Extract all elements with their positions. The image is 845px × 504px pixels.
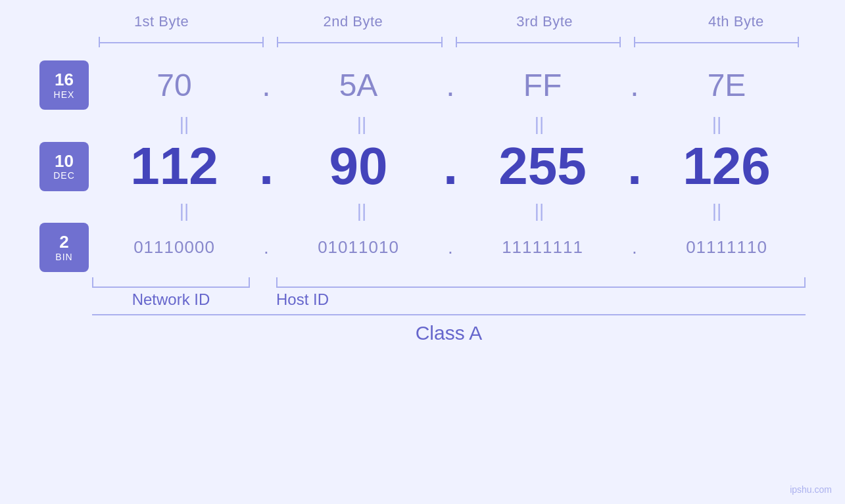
hex-byte2: 5A <box>279 67 437 103</box>
hex-badge: 16 HEX <box>39 60 89 110</box>
dec-base-lbl: DEC <box>53 170 75 181</box>
bottom-area: Network ID Host ID <box>92 277 806 309</box>
watermark: ipshu.com <box>790 484 832 495</box>
dec-badge: 10 DEC <box>39 142 89 191</box>
bin-dot2: . <box>437 237 464 258</box>
hex-values: 70 . 5A . FF . 7E <box>95 67 806 103</box>
eq2-b3: || <box>450 199 628 223</box>
byte-header-2: 2nd Byte <box>257 13 448 30</box>
top-brackets <box>92 37 806 47</box>
host-id-label-wrap: Host ID <box>276 290 806 309</box>
eq2-b4: || <box>628 199 806 223</box>
network-id-label: Network ID <box>92 290 250 309</box>
hex-dot1: . <box>253 67 279 103</box>
dec-byte2: 90 <box>279 136 437 196</box>
bin-byte1: 01110000 <box>95 237 253 258</box>
host-bracket <box>276 277 806 288</box>
bin-byte3: 11111111 <box>464 237 621 258</box>
dec-dot3: . <box>621 136 648 196</box>
eq1-b2: || <box>273 112 450 136</box>
bin-byte2: 01011010 <box>279 237 437 258</box>
dec-base-num: 10 <box>55 152 74 171</box>
byte-header-1: 1st Byte <box>66 13 257 30</box>
label-gap <box>250 290 276 309</box>
bin-base-num: 2 <box>59 233 68 252</box>
eq1-b1: || <box>95 112 273 136</box>
dec-byte1: 112 <box>95 136 253 196</box>
hex-byte1: 70 <box>95 67 253 103</box>
main-container: 1st Byte 2nd Byte 3rd Byte 4th Byte <box>0 0 845 504</box>
dec-dot2: . <box>437 136 464 196</box>
class-area: Class A <box>92 314 806 347</box>
eq2-b2: || <box>273 199 450 223</box>
bracket-byte1 <box>99 37 264 47</box>
eq1-b4: || <box>628 112 806 136</box>
hex-row: 16 HEX 70 . 5A . FF . 7E <box>39 60 806 110</box>
equals-row-2: || || || || <box>95 199 806 223</box>
hex-base-lbl: HEX <box>54 89 75 100</box>
bracket-byte3 <box>456 37 621 47</box>
bin-badge: 2 BIN <box>39 223 89 272</box>
bin-row: 2 BIN 01110000 . 01011010 . 11111111 . <box>39 223 806 272</box>
dec-byte3: 255 <box>464 136 621 196</box>
byte-header-4: 4th Byte <box>640 13 832 30</box>
network-bracket <box>92 277 250 288</box>
hex-base-num: 16 <box>55 70 74 89</box>
id-labels-row: Network ID Host ID <box>92 290 806 309</box>
class-line <box>92 314 806 315</box>
eq2-b1: || <box>95 199 273 223</box>
bin-dot1: . <box>253 237 279 258</box>
hex-byte4: 7E <box>648 67 806 103</box>
dec-values: 112 . 90 . 255 . 126 <box>95 136 806 196</box>
equals-row-1: || || || || <box>95 112 806 136</box>
bin-dot3: . <box>621 237 648 258</box>
bracket-byte2 <box>277 37 442 47</box>
bracket-byte4 <box>634 37 799 47</box>
dec-row: 10 DEC 112 . 90 . 255 . 126 <box>39 136 806 196</box>
class-label: Class A <box>92 319 806 347</box>
hex-dot2: . <box>437 67 464 103</box>
hex-dot3: . <box>621 67 648 103</box>
eq1-b3: || <box>450 112 628 136</box>
byte-header-3: 3rd Byte <box>449 13 640 30</box>
dec-dot1: . <box>253 136 279 196</box>
bin-base-lbl: BIN <box>55 252 72 262</box>
dec-byte4: 126 <box>648 136 806 196</box>
bracket-gap1 <box>250 277 276 288</box>
byte-headers-row: 1st Byte 2nd Byte 3rd Byte 4th Byte <box>66 13 832 30</box>
hex-byte3: FF <box>464 67 621 103</box>
bin-byte4: 01111110 <box>648 237 806 258</box>
bin-values: 01110000 . 01011010 . 11111111 . 0111111… <box>95 237 806 258</box>
